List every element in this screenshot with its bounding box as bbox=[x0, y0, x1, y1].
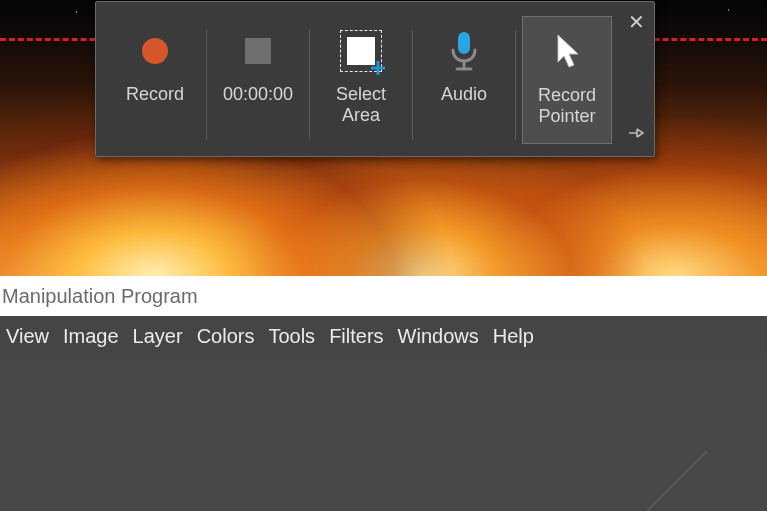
menu-colors[interactable]: Colors bbox=[197, 325, 255, 348]
audio-label: Audio bbox=[441, 84, 487, 105]
separator bbox=[206, 30, 207, 140]
stop-icon bbox=[235, 28, 281, 74]
record-icon bbox=[132, 28, 178, 74]
menu-help[interactable]: Help bbox=[493, 325, 534, 348]
window-title-text: Manipulation Program bbox=[2, 285, 198, 308]
screen-recorder-toolbar: Record 00:00:00 Select Area bbox=[95, 1, 655, 157]
pin-icon[interactable] bbox=[626, 124, 646, 144]
menu-tools[interactable]: Tools bbox=[268, 325, 315, 348]
menu-image[interactable]: Image bbox=[63, 325, 119, 348]
audio-button[interactable]: Audio bbox=[419, 16, 509, 144]
record-pointer-button[interactable]: Record Pointer bbox=[522, 16, 612, 144]
menu-layer[interactable]: Layer bbox=[133, 325, 183, 348]
timer-value: 00:00:00 bbox=[223, 84, 293, 105]
toolbar-body: Record 00:00:00 Select Area bbox=[96, 2, 622, 164]
timer-display: 00:00:00 bbox=[213, 16, 303, 144]
select-area-icon bbox=[338, 28, 384, 74]
window-titlebar: Manipulation Program bbox=[0, 276, 767, 316]
select-area-button[interactable]: Select Area bbox=[316, 16, 406, 144]
separator bbox=[515, 30, 516, 140]
menu-windows[interactable]: Windows bbox=[398, 325, 479, 348]
pointer-icon bbox=[544, 29, 590, 75]
separator bbox=[309, 30, 310, 140]
separator bbox=[412, 30, 413, 140]
record-button[interactable]: Record bbox=[110, 16, 200, 144]
close-icon[interactable]: ✕ bbox=[624, 8, 649, 36]
microphone-icon bbox=[441, 28, 487, 74]
select-area-label: Select Area bbox=[336, 84, 386, 125]
toolbar-side-controls: ✕ bbox=[622, 2, 654, 156]
menu-bar: View Image Layer Colors Tools Filters Wi… bbox=[0, 316, 767, 356]
record-pointer-label: Record Pointer bbox=[538, 85, 596, 126]
menu-view[interactable]: View bbox=[6, 325, 49, 348]
svg-rect-0 bbox=[458, 32, 470, 54]
canvas-area[interactable] bbox=[0, 356, 767, 511]
record-label: Record bbox=[126, 84, 184, 105]
menu-filters[interactable]: Filters bbox=[329, 325, 383, 348]
